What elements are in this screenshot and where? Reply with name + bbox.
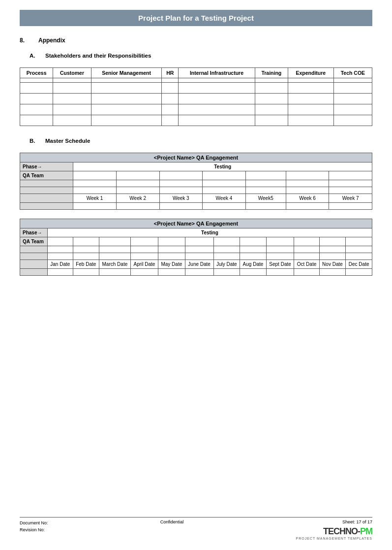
week7: Week 7 [329,194,372,203]
col-hr: HR [162,68,179,78]
col-expenditure: Expenditure [288,68,333,78]
table-row [20,94,372,104]
july-date: July Date [213,260,240,269]
confidential: Confidential [160,519,184,524]
col-training: Training [255,68,288,78]
row-m-bottom-1 [20,269,48,276]
footer: Document No: Revision No: Confidential S… [20,517,372,540]
week2: Week 2 [116,194,159,203]
section-a-letter: A. [30,53,40,59]
table-row [20,115,372,126]
oct-date: Oct Date [294,260,319,269]
sheet-number: Sheet: 17 of 17 [342,519,372,524]
qa-team-label-2: QA Team [20,237,48,246]
nov-date: Nov Date [319,260,346,269]
sept-date: Sept Date [266,260,294,269]
week1: Week 1 [73,194,117,203]
row-bottom-1 [20,203,73,210]
logo-techno: TECHNO [323,526,358,537]
week3: Week 3 [159,194,203,203]
col-tech-coe: Tech COE [333,68,372,78]
section-b-label: Master Schedule [45,138,90,144]
col-internal-infra: Internal Infrastructure [179,68,255,78]
row-m-gray-1 [20,246,48,253]
schedule1-project-name: <Project Name> QA Engagement [20,153,372,162]
week5: Week5 [245,194,286,203]
section-8-number: 8. [20,37,33,44]
table-row [20,104,372,115]
schedule-weekly: <Project Name> QA Engagement Phase→ Test… [20,153,372,210]
march-date: March Date [99,260,130,269]
section-b-letter: B. [30,138,40,144]
jan-date: Jan Date [47,260,73,269]
schedule-monthly: <Project Name> QA Engagement Phase→ Test… [20,219,372,276]
phase-label-2: Phase→ [20,228,48,237]
feb-date: Feb Date [73,260,99,269]
stakeholders-table: Process Customer Senior Management HR In… [20,67,372,126]
section-8-label: Appendix [38,37,65,44]
testing-label-1: Testing [73,162,372,171]
logo-pm: PM [360,526,372,537]
dec-date: Dec Date [346,260,372,269]
aug-date: Aug Date [240,260,267,269]
col-customer: Customer [53,68,91,78]
page-title: Project Plan for a Testing Project [20,10,372,26]
doc-no: Document No: [20,519,48,526]
week4: Week 4 [203,194,246,203]
week6: Week 6 [286,194,329,203]
logo-sub: PROJECT MANAGEMENT TEMPLATES [296,537,372,540]
col-process: Process [20,68,53,78]
table-row [20,83,372,94]
schedule2-project-name: <Project Name> QA Engagement [20,219,372,228]
qa-team-label-1: QA Team [20,171,73,180]
col-senior-mgmt: Senior Management [91,68,161,78]
may-date: May Date [158,260,185,269]
row-gray-1 [20,180,73,187]
testing-label-2: Testing [47,228,372,237]
row-m-gray-2 [20,253,48,260]
phase-label-1: Phase→ [20,162,73,171]
june-date: June Date [185,260,213,269]
section-a-label: Stakeholders and their Responsibilities [45,53,151,59]
row-gray-2 [20,187,73,194]
table-row [20,78,372,83]
april-date: April Date [130,260,158,269]
rev-no: Revision No: [20,526,48,533]
